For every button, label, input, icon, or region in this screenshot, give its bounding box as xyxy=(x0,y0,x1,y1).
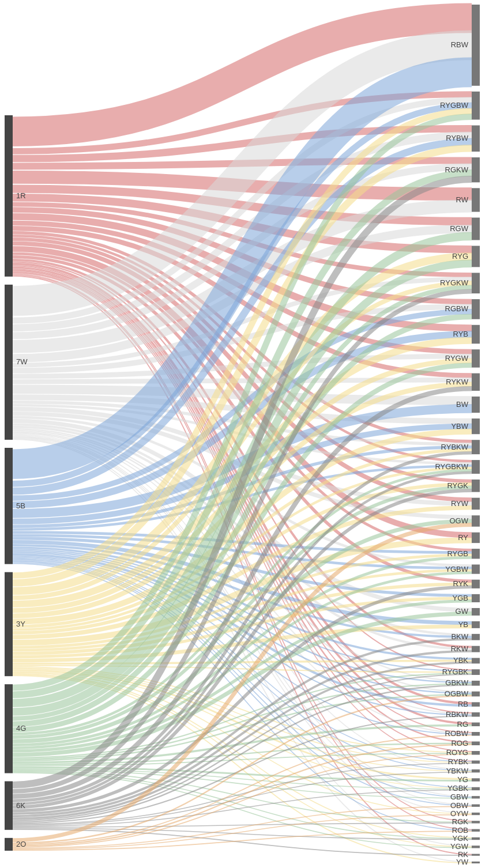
right-node-RYBKW xyxy=(472,440,480,454)
right-label-YGK: YGK xyxy=(453,834,469,843)
right-label-BKW: BKW xyxy=(451,632,468,641)
right-label-YGBK: YGBK xyxy=(447,784,468,792)
right-label-OYW: OYW xyxy=(450,809,469,818)
left-node-6K xyxy=(5,781,13,829)
right-label-YGB: YGB xyxy=(453,594,468,602)
right-label-YGW: YGW xyxy=(450,842,469,851)
right-label-YGBW: YGBW xyxy=(445,565,468,573)
right-label-RYGW: RYGW xyxy=(445,354,469,363)
right-label-YBK: YBK xyxy=(453,656,468,665)
right-label-GBW: GBW xyxy=(450,792,469,801)
right-node-YW xyxy=(472,862,480,863)
right-label-RYGBK: RYGBK xyxy=(442,667,469,676)
right-label-RYW: RYW xyxy=(451,499,469,508)
right-node-RYK xyxy=(472,580,480,588)
right-label-RGK: RGK xyxy=(452,817,469,826)
right-node-RGW xyxy=(472,218,480,240)
right-node-RG xyxy=(472,723,480,726)
left-label-2O: 2O xyxy=(16,840,26,848)
right-node-OBW xyxy=(472,805,480,807)
right-label-RYGBKW: RYGBKW xyxy=(435,462,468,471)
left-label-4G: 4G xyxy=(16,724,26,733)
right-label-RYKW: RYKW xyxy=(446,378,468,386)
right-node-YGB xyxy=(472,594,480,602)
right-label-OGW: OGW xyxy=(450,516,469,525)
right-node-RYGB xyxy=(472,549,480,558)
right-label-RKW: RKW xyxy=(451,644,469,653)
right-label-ROG: ROG xyxy=(451,739,468,748)
left-node-1R xyxy=(5,115,13,277)
right-node-RGBW xyxy=(472,299,480,319)
right-node-RYGK xyxy=(472,480,480,492)
right-node-RKW xyxy=(472,646,480,652)
left-label-6K: 6K xyxy=(16,801,25,810)
right-label-RGW: RGW xyxy=(450,224,469,233)
right-label-BW: BW xyxy=(456,400,469,409)
right-label-RW: RW xyxy=(456,195,469,204)
left-node-5B xyxy=(5,448,13,564)
right-node-RYGW xyxy=(472,349,480,367)
left-label-1R: 1R xyxy=(16,191,26,200)
right-label-RYG: RYG xyxy=(452,252,468,261)
right-node-RYGBW xyxy=(472,92,480,120)
right-node-YG xyxy=(472,778,480,781)
right-label-OBW: OBW xyxy=(450,801,469,810)
right-node-RYW xyxy=(472,498,480,510)
left-node-3Y xyxy=(5,572,13,677)
right-node-RK xyxy=(472,854,480,856)
right-node-OYW xyxy=(472,813,480,815)
right-node-ROG xyxy=(472,742,480,745)
left-node-7W xyxy=(5,285,13,440)
right-label-RB: RB xyxy=(458,700,468,708)
right-node-YGW xyxy=(472,846,480,848)
right-node-RYKW xyxy=(472,373,480,391)
right-label-RYGBW: RYGBW xyxy=(440,101,469,110)
right-node-ROYG xyxy=(472,751,480,754)
right-label-RYK: RYK xyxy=(453,579,469,588)
right-node-RYBW xyxy=(472,126,480,152)
right-label-RBW: RBW xyxy=(451,40,469,49)
right-label-ROBW: ROBW xyxy=(445,729,469,738)
right-node-RYGKW xyxy=(472,273,480,293)
right-node-YGBW xyxy=(472,564,480,573)
right-node-RGK xyxy=(472,821,480,823)
right-node-RYGBKW xyxy=(472,460,480,474)
left-label-5B: 5B xyxy=(16,501,25,510)
links xyxy=(13,18,472,863)
right-label-RYGK: RYGK xyxy=(447,481,468,490)
left-node-4G xyxy=(5,684,13,773)
right-label-RYBK: RYBK xyxy=(448,757,468,766)
right-node-RBKW xyxy=(472,712,480,717)
right-label-GBKW: GBKW xyxy=(445,678,468,687)
right-label-GW: GW xyxy=(456,607,469,616)
right-node-ROBW xyxy=(472,732,480,735)
left-node-2O xyxy=(5,838,13,851)
right-node-RYBK xyxy=(472,761,480,764)
right-node-GBKW xyxy=(472,681,480,686)
right-node-RYB xyxy=(472,325,480,344)
left-label-3Y: 3Y xyxy=(16,620,25,628)
right-label-RGBW: RGBW xyxy=(445,304,469,313)
right-label-YB: YB xyxy=(458,620,468,629)
right-label-YG: YG xyxy=(457,775,468,784)
sankey-chart: 1R7W5B3Y4G6K2ORBWRYGBWRYBWRGKWRWRGWRYGRY… xyxy=(0,0,489,868)
right-node-RB xyxy=(472,702,480,707)
right-node-RW xyxy=(472,188,480,212)
right-label-RYGB: RYGB xyxy=(447,549,468,558)
right-label-RYB: RYB xyxy=(453,330,469,338)
right-node-OGW xyxy=(472,515,480,526)
right-label-RY: RY xyxy=(458,533,468,542)
right-label-RGKW: RGKW xyxy=(445,165,469,174)
right-node-RYGBK xyxy=(472,669,480,675)
right-label-ROYG: ROYG xyxy=(446,748,468,757)
right-node-ROB xyxy=(472,829,480,832)
right-label-RYBW: RYBW xyxy=(446,134,468,142)
right-label-YW: YW xyxy=(456,858,469,866)
right-label-RG: RG xyxy=(457,720,469,729)
right-node-BKW xyxy=(472,634,480,640)
right-label-YBKW: YBKW xyxy=(446,767,469,775)
right-node-YBK xyxy=(472,658,480,664)
right-node-RY xyxy=(472,533,480,543)
right-node-YB xyxy=(472,621,480,628)
right-label-ROB: ROB xyxy=(452,826,468,835)
